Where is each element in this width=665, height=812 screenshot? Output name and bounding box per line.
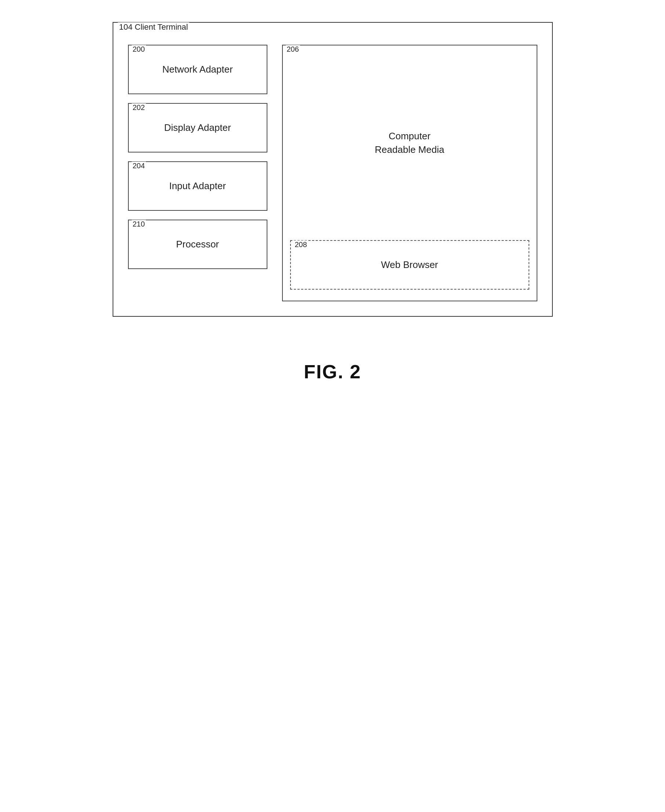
figure-caption: FIG. 2 [304,361,361,383]
crm-id: 206 [286,45,300,54]
network-adapter-text: Network Adapter [136,56,259,82]
page-container: 104 Client Terminal 200 Network Adapter … [0,0,665,812]
inner-layout: 200 Network Adapter 202 Display Adapter … [128,45,537,301]
display-adapter-text: Display Adapter [136,115,259,141]
crm-text: Computer Readable Media [375,129,444,156]
computer-readable-media-box: 206 Computer Readable Media 208 [282,45,537,301]
input-adapter-box: 204 Input Adapter [128,161,267,211]
left-column: 200 Network Adapter 202 Display Adapter … [128,45,267,301]
network-adapter-box: 200 Network Adapter [128,45,267,94]
web-browser-text: Web Browser [298,252,521,278]
right-column: 206 Computer Readable Media 208 [282,45,537,301]
crm-title-area: Computer Readable Media [290,53,529,233]
diagram-area: 104 Client Terminal 200 Network Adapter … [113,22,553,317]
client-terminal-box: 104 Client Terminal 200 Network Adapter … [113,22,553,317]
web-browser-box: 208 Web Browser [290,240,529,289]
crm-content: Computer Readable Media 208 Web Browser [283,46,537,301]
processor-text: Processor [136,231,259,257]
crm-text-line1: Computer [388,131,430,142]
display-adapter-box: 202 Display Adapter [128,103,267,152]
processor-id: 210 [132,220,146,229]
client-terminal-label: 104 Client Terminal [118,22,190,32]
display-adapter-id: 202 [132,103,146,112]
processor-box: 210 Processor [128,220,267,269]
web-browser-id: 208 [294,240,308,249]
input-adapter-text: Input Adapter [136,173,259,199]
input-adapter-id: 204 [132,162,146,170]
crm-text-line2: Readable Media [375,144,444,155]
network-adapter-id: 200 [132,45,146,54]
